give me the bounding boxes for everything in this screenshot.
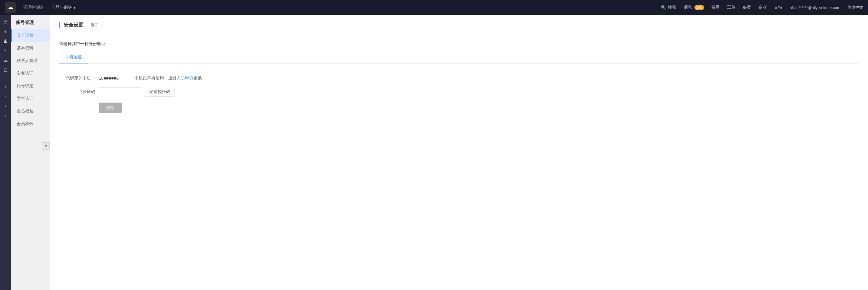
console-link[interactable]: 管理控制台 — [23, 5, 44, 10]
main-layout: ☰ ▾ ⊞ ⑂ ☁ ⊟ › › › › 账号管理 安全设置 基本资料 联系人管理… — [0, 15, 868, 290]
messages-link[interactable]: 消息 290 — [684, 5, 704, 10]
products-menu[interactable]: 产品与服务 ▾ — [51, 5, 76, 10]
language-selector[interactable]: 简体中文 — [847, 5, 863, 10]
send-code-button[interactable]: 发送校验码 — [145, 87, 175, 97]
beian-link[interactable]: 备案 — [743, 5, 751, 10]
submit-button[interactable]: 提交 — [99, 103, 122, 113]
nav-item-contacts[interactable]: 联系人管理 — [11, 55, 50, 67]
search-icon: 🔍 — [661, 5, 666, 10]
verification-form: 您绑定的手机： 18■■■■■6 手机已不再使用，通过人工申诉更换 *验证码 发… — [59, 71, 859, 124]
network-icon[interactable]: ⑂ — [1, 46, 10, 55]
code-label: *验证码 — [59, 89, 95, 95]
left-nav-header: 账号管理 — [11, 15, 50, 29]
nav-item-student[interactable]: 学生认证 — [11, 93, 50, 105]
phone-row: 您绑定的手机： 18■■■■■6 手机已不再使用，通过人工申诉更换 — [59, 75, 859, 81]
menu-toggle-icon[interactable]: ☰ — [1, 17, 10, 26]
section-label: 请选择其中一种身份验证 — [59, 41, 859, 47]
page-header: 安全设置 返回 — [59, 21, 859, 34]
header-divider — [59, 22, 60, 28]
database-icon[interactable]: ⊟ — [1, 66, 10, 74]
code-row: *验证码 发送校验码 — [59, 87, 859, 97]
sidebar-icon-rail: ☰ ▾ ⊞ ⑂ ☁ ⊟ › › › › — [0, 15, 11, 290]
expand-nav-2[interactable]: › — [1, 92, 10, 101]
nav-item-binding[interactable]: 账号绑定 — [11, 80, 50, 93]
billing-link[interactable]: 费用 — [711, 5, 720, 10]
search-button[interactable]: 🔍 搜索 — [661, 5, 676, 10]
back-button[interactable]: 返回 — [87, 21, 102, 29]
phone-note: 手机已不再使用，通过人工申诉更换 — [134, 75, 202, 81]
verification-tabs: 手机验证 — [59, 51, 859, 64]
verification-code-input[interactable] — [99, 87, 141, 96]
top-navigation: ☁ 管理控制台 产品与服务 ▾ 🔍 搜索 消息 290 费用 工单 备案 企业 … — [0, 0, 868, 15]
required-mark: * — [81, 89, 82, 94]
collapse-icon[interactable]: ▾ — [1, 27, 10, 36]
enterprise-link[interactable]: 企业 — [758, 5, 767, 10]
appeal-link[interactable]: 人工申诉 — [177, 75, 193, 80]
nav-item-profile[interactable]: 基本资料 — [11, 42, 50, 55]
nav-item-points[interactable]: 会员积分 — [11, 118, 50, 130]
page-title: 安全设置 — [64, 22, 83, 28]
expand-nav-3[interactable]: › — [1, 102, 10, 110]
phone-value: 18■■■■■6 — [99, 76, 119, 81]
tab-phone[interactable]: 手机验证 — [59, 51, 88, 64]
nav-item-security[interactable]: 安全设置 — [11, 29, 50, 42]
nav-item-membership[interactable]: 会员权益 — [11, 105, 50, 118]
expand-nav-1[interactable]: › — [1, 82, 10, 91]
main-content-area: 安全设置 返回 请选择其中一种身份验证 手机验证 您绑定的手机： 18■■■■■… — [50, 15, 868, 290]
left-navigation: 账号管理 安全设置 基本资料 联系人管理 实名认证 账号绑定 学生认证 会员权益… — [11, 15, 50, 290]
message-badge: 290 — [694, 5, 704, 10]
cloud-icon[interactable]: ☁ — [1, 56, 10, 64]
expand-nav-4[interactable]: › — [1, 111, 10, 120]
tickets-link[interactable]: 工单 — [727, 5, 735, 10]
logo[interactable]: ☁ — [5, 2, 16, 13]
submit-row: 提交 — [59, 103, 859, 113]
dashboard-icon[interactable]: ⊞ — [1, 37, 10, 45]
nav-collapse-btn[interactable]: ≡ — [42, 142, 50, 150]
user-account[interactable]: aliclo******@aliyun-inner.com — [789, 5, 840, 10]
phone-label: 您绑定的手机： — [59, 75, 95, 81]
support-link[interactable]: 支持 — [774, 5, 782, 10]
nav-item-realname[interactable]: 实名认证 — [11, 67, 50, 80]
